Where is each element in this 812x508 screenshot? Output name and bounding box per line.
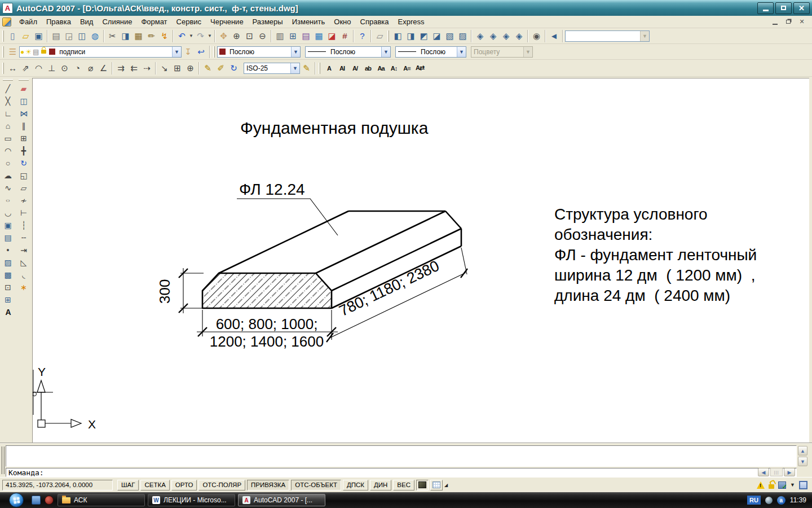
chevron-down-icon[interactable]: ▼ — [381, 47, 390, 57]
etransmit-icon[interactable]: ▱ — [373, 30, 386, 42]
erase-icon[interactable]: ▰ — [17, 82, 30, 95]
coordinates-display[interactable]: 415.3925, -1073.2064, 0.0000 — [2, 480, 113, 491]
hatch-icon[interactable]: ▨ — [1, 256, 15, 269]
menu-item[interactable]: Черчение — [206, 16, 248, 27]
copy-icon[interactable]: ◨ — [119, 30, 132, 42]
zoom-window-icon[interactable]: ⊡ — [243, 30, 256, 42]
tray-globe-icon[interactable] — [765, 497, 773, 504]
layer-properties-manager-icon[interactable]: ☰ — [6, 46, 19, 58]
make-block-icon[interactable]: ▤ — [1, 231, 15, 244]
scrollbar-thumb[interactable]: ||| — [770, 468, 783, 476]
block-editor-icon[interactable]: ↯ — [158, 30, 171, 42]
layout-button[interactable] — [430, 480, 443, 491]
scroll-left-icon[interactable]: ◀ — [758, 468, 769, 476]
break-icon[interactable]: ╌ — [17, 231, 30, 244]
chevron-down-icon[interactable]: ▼ — [290, 63, 299, 73]
copy-object-icon[interactable]: ◫ — [17, 95, 30, 107]
paste-icon[interactable]: ▦ — [132, 30, 145, 42]
scroll-up-icon[interactable]: ▲ — [798, 446, 807, 456]
toolbar-grip[interactable] — [387, 30, 389, 42]
menu-item[interactable]: Справка — [356, 16, 394, 27]
named-view-dropdown[interactable]: ▼ — [565, 30, 650, 42]
view-right-icon[interactable]: ◪ — [430, 30, 443, 42]
help-icon[interactable]: ? — [356, 30, 369, 42]
dim-ordinate-icon[interactable]: ⊥ — [45, 62, 58, 75]
menu-item[interactable]: Размеры — [248, 16, 288, 27]
dim-continue-icon[interactable]: ⇢ — [140, 62, 153, 75]
table-icon[interactable]: ⊞ — [1, 294, 15, 306]
tray-app-icon[interactable]: a — [777, 496, 785, 505]
region-icon[interactable]: ⊡ — [1, 281, 15, 294]
status-toggle[interactable]: СЕТКА — [140, 480, 169, 491]
dim-text-edit-icon[interactable]: ✐ — [214, 62, 227, 75]
insert-block-icon[interactable]: ▣ — [1, 219, 15, 231]
trim-icon[interactable]: ≁ — [17, 194, 30, 207]
menu-item[interactable]: Сервис — [172, 16, 206, 27]
dim-arc-length-icon[interactable]: ◠ — [32, 62, 45, 75]
edit-text-icon[interactable]: A/ — [348, 62, 361, 75]
explode-icon[interactable]: ∗ — [17, 281, 30, 294]
arc-icon[interactable]: ◠ — [1, 144, 15, 157]
minimize-button[interactable] — [757, 2, 774, 14]
document-close-button[interactable]: ✕ — [797, 18, 806, 26]
status-toggle[interactable]: ОТС-ПОЛЯР — [198, 480, 245, 491]
toolbar-grip[interactable] — [2, 63, 4, 74]
view-front-icon[interactable]: ▧ — [443, 30, 456, 42]
text-style-icon[interactable]: Aa — [374, 62, 387, 75]
layer-dropdown[interactable]: ● ☀ ▤ подписи ▼ — [19, 46, 182, 58]
scale-icon[interactable]: ◱ — [17, 169, 30, 182]
close-button[interactable]: ✕ — [793, 2, 810, 14]
toolbar-grip[interactable] — [19, 79, 29, 81]
plot-icon[interactable]: ▤ — [50, 30, 63, 42]
spline-icon[interactable]: ∿ — [1, 182, 15, 194]
tolerance-icon[interactable]: ⊞ — [171, 62, 184, 75]
toolbar-grip[interactable] — [213, 46, 215, 58]
justify-text-icon[interactable]: A≡ — [400, 62, 413, 75]
status-toggle[interactable]: ПРИВЯЗКА — [247, 480, 289, 491]
mtext-icon[interactable]: A — [323, 62, 336, 75]
zoom-realtime-icon[interactable]: ⊕ — [230, 30, 243, 42]
create-camera-icon[interactable]: ◉ — [530, 30, 543, 42]
status-toggle[interactable]: ШАГ — [117, 480, 139, 491]
menu-item[interactable]: Файл — [15, 16, 42, 27]
menu-item[interactable]: Окно — [329, 16, 355, 27]
model-space-button[interactable] — [416, 480, 429, 491]
redo-icon[interactable]: ↷ — [194, 30, 207, 42]
color-dropdown[interactable]: Послою ▼ — [217, 46, 301, 58]
lineweight-dropdown[interactable]: Послою ▼ — [395, 46, 466, 58]
command-input[interactable]: Команда: — [6, 468, 797, 477]
status-toggle[interactable]: ДПСК — [343, 480, 368, 491]
document-icon[interactable] — [2, 17, 11, 27]
pan-icon[interactable]: ✥ — [217, 30, 230, 42]
properties-icon[interactable]: ▥ — [273, 30, 286, 42]
menu-item[interactable]: Изменить — [288, 16, 330, 27]
sheet-set-manager-icon[interactable]: ▦ — [312, 30, 325, 42]
menu-item[interactable]: Вид — [76, 16, 98, 27]
center-mark-icon[interactable]: ⊕ — [184, 62, 197, 75]
document-restore-button[interactable] — [784, 18, 793, 26]
drawing-area[interactable]: Фундаментная подушка ФЛ 12.24 Структура … — [32, 78, 809, 443]
tool-palettes-icon[interactable]: ▤ — [299, 30, 312, 42]
plot-preview-icon[interactable]: ◲ — [63, 30, 76, 42]
construction-line-icon[interactable]: ╳ — [1, 95, 15, 107]
make-object-layer-current-icon[interactable]: ↧ — [182, 46, 195, 58]
scroll-down-icon[interactable]: ▼ — [798, 457, 807, 466]
polyline-icon[interactable]: ∟ — [1, 107, 15, 120]
scale-text-icon[interactable]: A↕ — [387, 62, 400, 75]
publish-web-icon[interactable]: ◍ — [89, 30, 102, 42]
dim-diameter-icon[interactable]: ⌀ — [84, 62, 97, 75]
dim-radius-icon[interactable]: ⊙ — [58, 62, 71, 75]
stretch-icon[interactable]: ▱ — [17, 182, 30, 194]
dim-jogged-icon[interactable]: ◔ — [71, 62, 84, 75]
scroll-right-icon[interactable]: ▶ — [784, 468, 795, 476]
rectangle-icon[interactable]: ▭ — [1, 132, 15, 144]
menu-item[interactable]: Формат — [136, 16, 171, 27]
fillet-icon[interactable]: ◟ — [17, 269, 30, 281]
mirror-icon[interactable]: ⋈ — [17, 107, 30, 120]
open-icon[interactable]: ▱ — [19, 30, 32, 42]
rotate-icon[interactable]: ↻ — [17, 157, 30, 169]
new-icon[interactable]: ▯ — [6, 30, 19, 42]
polygon-icon[interactable]: ⌂ — [1, 120, 15, 132]
toolbar-grip[interactable] — [2, 46, 4, 58]
start-button[interactable] — [9, 493, 24, 507]
